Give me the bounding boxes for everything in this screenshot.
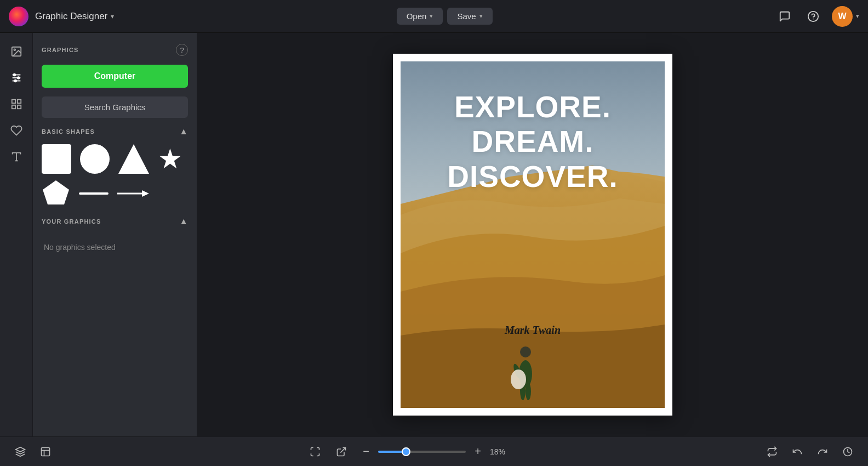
panel-button[interactable] xyxy=(36,442,55,461)
svg-rect-30 xyxy=(42,447,50,456)
shape-triangle[interactable] xyxy=(118,144,149,174)
undo-button[interactable] xyxy=(788,442,807,461)
topbar-center: Open ▾ Save ▾ xyxy=(114,8,775,25)
save-button[interactable]: Save ▾ xyxy=(447,8,492,25)
shapes-grid: ★ xyxy=(42,144,188,208)
svg-rect-10 xyxy=(12,100,15,103)
svg-marker-18 xyxy=(142,190,149,197)
redo-button[interactable] xyxy=(813,442,832,461)
zoom-control: − + 18% xyxy=(358,444,512,459)
shape-square[interactable] xyxy=(42,144,71,174)
no-graphics-label: No graphics selected xyxy=(42,234,188,260)
author-text: Mark Twain xyxy=(401,324,665,337)
panel-header: GRAPHICS ? xyxy=(42,44,188,56)
canvas-wrapper: EXPLORE. DREAM. DISCOVER. Mark Twain xyxy=(393,54,672,416)
your-graphics-section: YOUR GRAPHICS ▲ No graphics selected xyxy=(42,217,188,260)
sidebar-icon-image[interactable] xyxy=(4,39,28,64)
app-title-text: Graphic Designer xyxy=(35,11,107,22)
bottom-right xyxy=(763,442,857,461)
user-menu[interactable]: W ▾ xyxy=(832,6,859,27)
open-button[interactable]: Open ▾ xyxy=(397,8,443,25)
topbar-right: W ▾ xyxy=(775,6,859,27)
basic-shapes-section: BASIC SHAPES ▲ ★ xyxy=(42,127,188,208)
sidebar-icon-layout[interactable] xyxy=(4,92,28,116)
zoom-label: 18% xyxy=(490,447,512,456)
search-graphics-button[interactable]: Search Graphics xyxy=(42,96,188,118)
chat-icon-button[interactable] xyxy=(775,7,795,26)
shape-star[interactable]: ★ xyxy=(158,145,182,173)
canvas-image: EXPLORE. DREAM. DISCOVER. Mark Twain xyxy=(401,61,665,408)
canvas-area: EXPLORE. DREAM. DISCOVER. Mark Twain xyxy=(197,33,868,436)
svg-marker-16 xyxy=(43,180,69,204)
quote-line1: EXPLORE. xyxy=(401,90,665,124)
basic-shapes-title: BASIC SHAPES xyxy=(42,128,95,135)
svg-rect-13 xyxy=(17,105,20,109)
svg-point-9 xyxy=(14,80,16,82)
app-logo[interactable] xyxy=(9,7,28,26)
quote-line2: DREAM. xyxy=(401,124,665,159)
shape-pentagon[interactable] xyxy=(42,179,70,208)
zoom-slider[interactable] xyxy=(378,451,466,453)
sidebar-icon-heart[interactable] xyxy=(4,118,28,143)
icon-sidebar xyxy=(0,33,33,436)
graphics-panel: GRAPHICS ? Computer Search Graphics BASI… xyxy=(33,33,197,436)
topbar: Graphic Designer ▾ Open ▾ Save ▾ W xyxy=(0,0,868,33)
bottom-left xyxy=(11,442,55,461)
fit-screen-button[interactable] xyxy=(306,442,324,461)
zoom-out-button[interactable]: − xyxy=(358,444,374,459)
avatar-chevron[interactable]: ▾ xyxy=(856,13,859,20)
quote-text: EXPLORE. DREAM. DISCOVER. xyxy=(401,90,665,194)
basic-shapes-collapse[interactable]: ▲ xyxy=(179,127,188,137)
text-overlay: EXPLORE. DREAM. DISCOVER. Mark Twain xyxy=(401,61,665,408)
svg-point-3 xyxy=(14,49,15,50)
sidebar-icon-sliders[interactable] xyxy=(4,66,28,90)
main-content: GRAPHICS ? Computer Search Graphics BASI… xyxy=(0,33,868,436)
panel-help-button[interactable]: ? xyxy=(176,44,188,56)
computer-button[interactable]: Computer xyxy=(42,65,188,88)
your-graphics-title: YOUR GRAPHICS xyxy=(42,218,101,225)
quote-line3: DISCOVER. xyxy=(401,160,665,194)
avatar[interactable]: W xyxy=(832,6,853,27)
shapes-row-1: ★ xyxy=(42,144,188,174)
sidebar-icon-text[interactable] xyxy=(4,145,28,169)
svg-point-7 xyxy=(13,74,15,76)
bottom-bar: − + 18% xyxy=(0,436,868,466)
your-graphics-header: YOUR GRAPHICS ▲ xyxy=(42,217,188,226)
export-button[interactable] xyxy=(332,442,351,461)
shape-circle[interactable] xyxy=(80,144,110,174)
help-icon-button[interactable] xyxy=(803,7,823,26)
panel-title: GRAPHICS xyxy=(42,47,79,53)
svg-point-8 xyxy=(17,77,19,79)
app-title-button[interactable]: Graphic Designer ▾ xyxy=(35,11,114,22)
your-graphics-collapse[interactable]: ▲ xyxy=(179,217,188,226)
bottom-center: − + 18% xyxy=(55,442,763,461)
shape-line[interactable] xyxy=(79,192,108,195)
basic-shapes-header: BASIC SHAPES ▲ xyxy=(42,127,188,137)
zoom-in-button[interactable]: + xyxy=(470,444,486,459)
shape-arrow[interactable] xyxy=(117,188,150,199)
history-button[interactable] xyxy=(838,442,857,461)
shapes-row-2 xyxy=(42,179,188,208)
svg-rect-11 xyxy=(17,100,20,103)
svg-rect-12 xyxy=(12,105,15,109)
replace-button[interactable] xyxy=(763,442,781,461)
svg-marker-29 xyxy=(16,447,25,451)
layers-button[interactable] xyxy=(11,442,30,461)
svg-line-33 xyxy=(340,447,345,452)
